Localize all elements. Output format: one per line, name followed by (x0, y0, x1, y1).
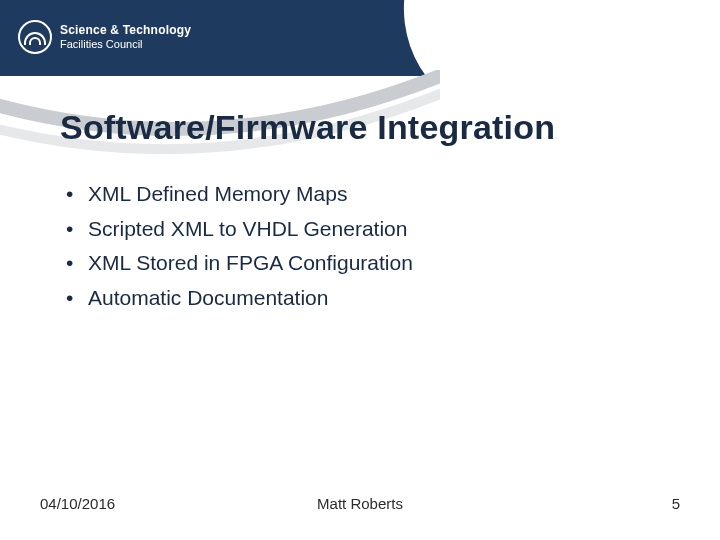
footer-page: 5 (672, 495, 680, 512)
footer-author: Matt Roberts (40, 495, 680, 512)
list-item: XML Defined Memory Maps (62, 178, 660, 211)
logo-line2: Facilities Council (60, 38, 191, 50)
bullet-list: XML Defined Memory Maps Scripted XML to … (62, 178, 660, 316)
org-logo: Science & Technology Facilities Council (18, 20, 191, 54)
list-item: Automatic Documentation (62, 282, 660, 315)
logo-icon (18, 20, 52, 54)
logo-line1: Science & Technology (60, 24, 191, 37)
slide-title: Software/Firmware Integration (60, 108, 680, 147)
logo-text: Science & Technology Facilities Council (60, 24, 191, 49)
footer: 04/10/2016 Matt Roberts 5 (40, 495, 680, 512)
list-item: Scripted XML to VHDL Generation (62, 213, 660, 246)
footer-date: 04/10/2016 (40, 495, 115, 512)
slide: Science & Technology Facilities Council … (0, 0, 720, 540)
header-curve (396, 0, 720, 120)
list-item: XML Stored in FPGA Configuration (62, 247, 660, 280)
